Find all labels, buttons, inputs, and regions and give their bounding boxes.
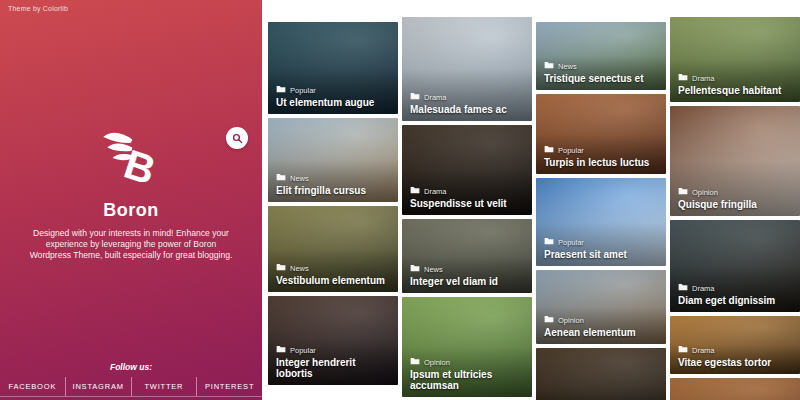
- post-category: Opinion: [692, 188, 718, 197]
- post-title: Elit fringilla cursus: [276, 185, 392, 196]
- post-category: Opinion: [424, 358, 450, 367]
- post-category: News: [424, 265, 443, 274]
- folder-icon: [544, 315, 554, 325]
- post-card-mont-saint-michel-sunset[interactable]: DramaVitae egestas tortor: [670, 316, 800, 374]
- masonry-column-3: NewsTristique senectus etPopularTurpis i…: [536, 22, 666, 400]
- post-card-guitar-player[interactable]: PopularUt elementum augue: [268, 22, 398, 114]
- post-category: News: [290, 264, 309, 273]
- social-button-instagram[interactable]: INSTAGRAM: [65, 377, 131, 397]
- folder-icon: [276, 173, 286, 183]
- masonry-column-4: DramaPellentesque habitantOpinionQuisque…: [670, 17, 800, 400]
- social-button-facebook[interactable]: FACEBOOK: [0, 377, 65, 397]
- post-card-rocky-forest-path[interactable]: NewsInteger vel diam id: [402, 219, 532, 293]
- post-label: DramaVitae egestas tortor: [678, 345, 794, 368]
- post-title: Suspendisse ut velit: [410, 198, 526, 209]
- post-label: DramaPellentesque habitant: [678, 73, 794, 96]
- folder-icon: [410, 186, 420, 196]
- post-category: Drama: [424, 93, 447, 102]
- post-title: Vitae egestas tortor: [678, 357, 794, 368]
- post-label: DramaDiam eget dignissim: [678, 283, 794, 306]
- post-category: Popular: [290, 346, 316, 355]
- folder-icon: [678, 73, 688, 83]
- theme-credit: Theme by Colorlib: [8, 5, 68, 12]
- post-card-fighter-jet[interactable]: NewsVestibulum elementum: [268, 206, 398, 292]
- site-title: Boron: [0, 200, 262, 221]
- post-card-night-sky-cave[interactable]: PopularInteger hendrerit lobortis: [268, 296, 398, 385]
- social-button-pinterest[interactable]: PINTEREST: [196, 377, 262, 397]
- social-button-twitter[interactable]: TWITTER: [131, 377, 197, 397]
- post-label: PopularPraesent sit amet: [544, 237, 660, 260]
- post-title: Aenean elementum: [544, 327, 660, 338]
- folder-icon: [544, 61, 554, 71]
- folder-icon: [544, 237, 554, 247]
- post-label: OpinionIpsum et ultricies accumsan: [410, 357, 526, 391]
- post-card-coffee-cup-dark[interactable]: DramaDiam eget dignissim: [670, 220, 800, 312]
- post-category: Popular: [290, 86, 316, 95]
- post-card-woman-lollipop[interactable]: OpinionQuisque fringilla: [670, 106, 800, 216]
- folder-icon: [544, 145, 554, 155]
- post-title: Diam eget dignissim: [678, 295, 794, 306]
- post-card-canyon-mountains[interactable]: PopularTurpis in lectus luctus: [536, 94, 666, 174]
- post-category: Drama: [424, 187, 447, 196]
- post-card-girl-winter-hood[interactable]: DramaMalesuada fames ac: [402, 17, 532, 121]
- post-category: Drama: [692, 74, 715, 83]
- folder-icon: [678, 283, 688, 293]
- folder-icon: [410, 92, 420, 102]
- folder-icon: [276, 345, 286, 355]
- post-title: Praesent sit amet: [544, 249, 660, 260]
- post-card-night-bridge-skyline[interactable]: [536, 348, 666, 400]
- post-card-river-city-bridge[interactable]: OpinionAenean elementum: [536, 270, 666, 344]
- post-title: Tristique senectus et: [544, 73, 660, 84]
- post-label: DramaSuspendisse ut velit: [410, 186, 526, 209]
- post-category: Drama: [692, 284, 715, 293]
- social-bar: FACEBOOKINSTAGRAMTWITTERPINTEREST: [0, 377, 262, 397]
- post-category: Opinion: [558, 316, 584, 325]
- post-category: Drama: [692, 346, 715, 355]
- post-label: PopularInteger hendrerit lobortis: [276, 345, 392, 379]
- post-label: NewsInteger vel diam id: [410, 264, 526, 287]
- folder-icon: [410, 357, 420, 367]
- masonry-column-2: DramaMalesuada fames acDramaSuspendisse …: [402, 17, 532, 400]
- post-category: Popular: [558, 146, 584, 155]
- masonry-column-1: PopularUt elementum augueNewsElit fringi…: [268, 22, 398, 400]
- post-title: Malesuada fames ac: [410, 104, 526, 115]
- site-description: Designed with your interests in mind! En…: [24, 228, 238, 261]
- post-category: News: [290, 174, 309, 183]
- folder-icon: [276, 85, 286, 95]
- post-card-florence-cathedral[interactable]: NewsElit fringilla cursus: [268, 118, 398, 202]
- post-title: Integer vel diam id: [410, 276, 526, 287]
- sidebar: Theme by Colorlib B Boron Designed with: [0, 0, 262, 400]
- site-logo[interactable]: B: [0, 122, 262, 198]
- post-title: Turpis in lectus luctus: [544, 157, 660, 168]
- post-label: DramaMalesuada fames ac: [410, 92, 526, 115]
- folder-icon: [410, 264, 420, 274]
- folder-icon: [276, 263, 286, 273]
- folder-icon: [678, 345, 688, 355]
- post-label: PopularTurpis in lectus luctus: [544, 145, 660, 168]
- post-label: OpinionQuisque fringilla: [678, 187, 794, 210]
- post-card-cat-portrait[interactable]: DramaSuspendisse ut velit: [402, 125, 532, 215]
- post-label: NewsTristique senectus et: [544, 61, 660, 84]
- post-label: PopularUt elementum augue: [276, 85, 392, 108]
- post-title: Vestibulum elementum: [276, 275, 392, 286]
- post-card-castle-hills[interactable]: NewsTristique senectus et: [536, 22, 666, 90]
- post-title: Pellentesque habitant: [678, 85, 794, 96]
- post-card-sky-balloons[interactable]: PopularPraesent sit amet: [536, 178, 666, 266]
- post-title: Ut elementum augue: [276, 97, 392, 108]
- post-category: Popular: [558, 238, 584, 247]
- winged-b-logo-icon: B: [98, 180, 164, 197]
- post-grid: PopularUt elementum augueNewsElit fringi…: [268, 0, 800, 400]
- post-label: NewsVestibulum elementum: [276, 263, 392, 286]
- post-label: OpinionAenean elementum: [544, 315, 660, 338]
- folder-icon: [678, 187, 688, 197]
- post-card-orange-cityscape[interactable]: [670, 378, 800, 400]
- follow-label: Follow us:: [0, 362, 262, 372]
- page: Theme by Colorlib B Boron Designed with: [0, 0, 800, 400]
- post-title: Integer hendrerit lobortis: [276, 357, 392, 379]
- post-label: NewsElit fringilla cursus: [276, 173, 392, 196]
- post-card-sunlit-forest[interactable]: DramaPellentesque habitant: [670, 17, 800, 102]
- post-title: Ipsum et ultricies accumsan: [410, 369, 526, 391]
- post-title: Quisque fringilla: [678, 199, 794, 210]
- post-card-woman-walking-field[interactable]: OpinionIpsum et ultricies accumsan: [402, 297, 532, 397]
- post-category: News: [558, 62, 577, 71]
